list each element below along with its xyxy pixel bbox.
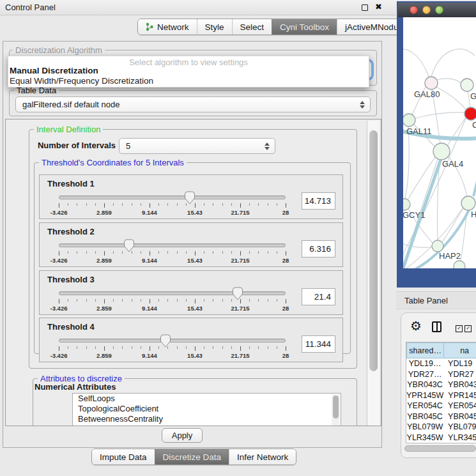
threshold-slider[interactable]: -3.4262.8599.14415.4321.71528 bbox=[40, 335, 342, 362]
threshold-value-field[interactable]: 14.713 bbox=[302, 192, 335, 210]
table-panel: ⚙ ✓ ✓ shared… na YDL19…YDL19YDR27…YDR27Y… bbox=[401, 312, 476, 458]
float-window-icon[interactable] bbox=[362, 4, 368, 11]
tab-impute-data[interactable]: Impute Data bbox=[92, 449, 155, 464]
slider-thumb[interactable] bbox=[160, 334, 171, 348]
control-panel-titlebar: Control Panel ✖ bbox=[0, 0, 396, 15]
top-tab-bar: Network Style Select Cyni Toolbox jActiv… bbox=[137, 19, 418, 35]
column-header-name[interactable]: na bbox=[443, 342, 476, 358]
slider-thumb[interactable] bbox=[232, 287, 243, 300]
number-of-intervals-combobox[interactable]: 5 bbox=[119, 138, 275, 154]
threshold-value-field[interactable]: 11.344 bbox=[302, 335, 335, 353]
tab-cyni-toolbox[interactable]: Cyni Toolbox bbox=[272, 19, 337, 35]
network-node-node-red[interactable] bbox=[464, 107, 476, 120]
apply-button[interactable]: Apply bbox=[162, 428, 203, 443]
table-row[interactable]: YIL052CYIL052C bbox=[406, 443, 476, 443]
slider-tick-label: 21.715 bbox=[227, 257, 254, 264]
tab-infer-network[interactable]: Infer Network bbox=[229, 449, 296, 464]
settings-scrollbar-track[interactable] bbox=[367, 121, 380, 426]
network-window-titlebar bbox=[398, 3, 476, 17]
combo-stepper-icon bbox=[265, 142, 270, 150]
threshold-slider[interactable]: -3.4262.8599.14415.4321.71528 bbox=[40, 240, 342, 266]
attributes-group-label: Attributes to discretize bbox=[38, 374, 125, 383]
slider-tick-label: 9.144 bbox=[136, 257, 163, 264]
network-node-HAP2[interactable] bbox=[432, 240, 443, 252]
network-node-GAL80[interactable] bbox=[425, 77, 438, 89]
algorithm-hint-option[interactable]: Select algorithm to view settings bbox=[8, 56, 369, 66]
slider-tick-label: -3.426 bbox=[45, 305, 72, 312]
gear-icon[interactable]: ⚙ bbox=[410, 318, 422, 334]
network-node-node-top-right[interactable] bbox=[461, 79, 473, 91]
threshold-slider[interactable]: -3.4262.8599.14415.4321.71528 bbox=[40, 288, 342, 314]
table-row[interactable]: YBR043CYBR043C bbox=[406, 380, 476, 390]
network-node-GCY1[interactable] bbox=[403, 199, 410, 210]
slider-tick-label: 28 bbox=[272, 305, 299, 312]
interval-definition-label: Interval Definition bbox=[34, 125, 103, 134]
network-node-GAL4[interactable] bbox=[433, 143, 450, 160]
threshold-row: Threshold 2-3.4262.8599.14415.4321.71528… bbox=[39, 222, 343, 267]
slider-thumb[interactable] bbox=[123, 239, 135, 252]
slider-tick-label: 21.715 bbox=[227, 209, 254, 216]
slider-tick-label: 28 bbox=[272, 352, 299, 359]
threshold-value-field[interactable]: 21.4 bbox=[302, 288, 335, 305]
node-label-GAL80: GAL80 bbox=[414, 89, 440, 99]
node-label-HAP2: HAP2 bbox=[439, 251, 461, 261]
numerical-attributes-list[interactable]: SelfLoopsTopologicalCoefficientBetweenne… bbox=[72, 393, 341, 426]
slider-track[interactable] bbox=[59, 243, 286, 247]
slider-track[interactable] bbox=[59, 196, 286, 199]
number-of-intervals-label: Number of Intervals bbox=[25, 141, 116, 150]
network-view-window[interactable]: GAL80GACGAL11GAL4GCY1HHAP2 bbox=[397, 1, 476, 288]
network-node-GAL11[interactable] bbox=[403, 114, 415, 127]
slider-tick-label: 15.43 bbox=[181, 305, 208, 312]
close-traffic-light-icon[interactable] bbox=[410, 6, 418, 14]
threshold-value-field[interactable]: 6.316 bbox=[302, 240, 335, 257]
checkbox-icon[interactable]: ✓ bbox=[464, 325, 472, 332]
option-equal-width-frequency[interactable]: Equal Width/Frequency Discretization bbox=[8, 76, 369, 86]
threshold-row: Threshold 3-3.4262.8599.14415.4321.71528… bbox=[39, 270, 343, 315]
minimize-traffic-light-icon[interactable] bbox=[422, 6, 431, 14]
attribute-list-item[interactable]: BetweennessCentrality bbox=[73, 414, 341, 424]
table-row[interactable]: YER054CYER054C bbox=[406, 401, 476, 411]
tab-network-label: Network bbox=[157, 22, 189, 32]
table-panel-header: Table Panel bbox=[396, 291, 476, 309]
threshold-row: Threshold 1-3.4262.8599.14415.4321.71528… bbox=[39, 174, 343, 219]
tab-discretize-data[interactable]: Discretize Data bbox=[155, 449, 229, 464]
panel-title: Control Panel bbox=[5, 3, 56, 12]
slider-track[interactable] bbox=[59, 339, 286, 342]
slider-track[interactable] bbox=[59, 291, 286, 295]
slider-tick-label: 9.144 bbox=[136, 209, 163, 216]
table-row[interactable]: YBR045CYBR045C bbox=[406, 411, 476, 422]
tab-style[interactable]: Style bbox=[197, 19, 232, 35]
zoom-traffic-light-icon[interactable] bbox=[435, 6, 443, 14]
slider-tick-label: 28 bbox=[272, 257, 299, 264]
table-row[interactable]: YBL079WYBL079W bbox=[406, 422, 476, 433]
column-layout-icon[interactable] bbox=[432, 321, 441, 332]
threshold-row: Threshold 4-3.4262.8599.14415.4321.71528… bbox=[39, 318, 343, 362]
tab-select[interactable]: Select bbox=[232, 19, 272, 35]
attribute-list-item[interactable]: SelfLoops bbox=[73, 394, 341, 404]
checkbox-icon[interactable]: ✓ bbox=[456, 325, 463, 332]
option-manual-discretization[interactable]: Manual Discretization bbox=[8, 66, 369, 76]
close-icon[interactable]: ✖ bbox=[375, 2, 382, 12]
table-row[interactable]: YDR27…YDR27 bbox=[406, 369, 476, 380]
attribute-list-item[interactable]: TopologicalCoefficient bbox=[73, 404, 341, 414]
numerical-attributes-label: Numerical Attributes bbox=[35, 382, 116, 392]
table-data-combobox[interactable]: galFiltered.sif default node bbox=[15, 96, 371, 112]
settings-scrollbar-thumb[interactable] bbox=[369, 130, 378, 371]
threshold-label: Threshold 2 bbox=[47, 227, 95, 236]
network-canvas[interactable]: GAL80GACGAL11GAL4GCY1HHAP2 bbox=[403, 17, 476, 268]
list-scrollbar[interactable] bbox=[332, 394, 340, 426]
table-row[interactable]: YLR345WYLR345W bbox=[406, 433, 476, 443]
node-label-node-top-right: GA bbox=[470, 91, 476, 101]
node-label-GCY1: GCY1 bbox=[403, 210, 425, 220]
network-node-node-h[interactable] bbox=[461, 196, 475, 210]
horizontal-scrollbar-thumb[interactable] bbox=[404, 445, 476, 452]
column-header-shared-name[interactable]: shared… bbox=[406, 342, 444, 358]
network-node-node-bottom[interactable] bbox=[454, 261, 465, 268]
slider-tick-label: 15.43 bbox=[181, 257, 208, 264]
slider-tick-label: -3.426 bbox=[45, 257, 72, 264]
table-row[interactable]: YPR145WYPR145W bbox=[406, 390, 476, 401]
table-row[interactable]: YDL19…YDL19 bbox=[406, 358, 476, 369]
tab-network[interactable]: Network bbox=[138, 19, 197, 35]
slider-thumb[interactable] bbox=[184, 191, 196, 204]
threshold-slider[interactable]: -3.4262.8599.14415.4321.71528 bbox=[40, 192, 342, 219]
